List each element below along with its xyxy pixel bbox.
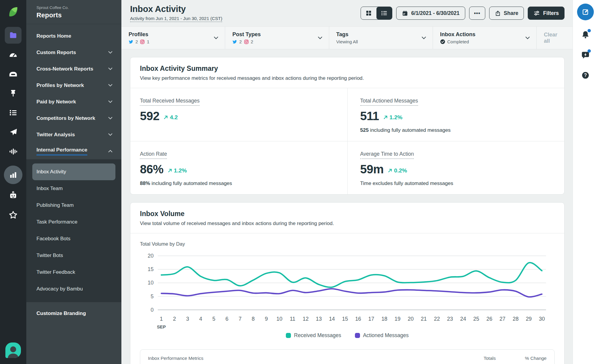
whats-new-button[interactable] [579,49,591,61]
rail-pin-button[interactable] [7,87,19,99]
post-types-filter[interactable]: Post Types 2 2 [225,27,329,49]
svg-text:11: 11 [290,316,295,322]
svg-text:21: 21 [421,316,427,322]
help-button[interactable]: ? [579,69,591,81]
page-title: Inbox Activity [130,4,222,14]
grid-icon [366,10,372,16]
inbox-activity-summary-card: Inbox Activity Summary View key performa… [130,57,565,195]
sidebar-title: Reports [36,11,111,19]
report-body: Inbox Activity Summary View key performa… [121,49,573,364]
subnav-item-twitter-bots[interactable]: Twitter Bots [32,247,115,264]
subnav-item-inbox-team[interactable]: Inbox Team [32,180,115,197]
rail-automation-button[interactable] [7,189,19,201]
svg-text:10: 10 [277,316,283,322]
svg-text:3: 3 [186,316,189,322]
compose-button[interactable] [577,4,594,20]
svg-text:12: 12 [303,316,309,322]
star-icon [9,210,18,219]
sidebar-item-cross-network-reports[interactable]: Cross-Network Reports [26,61,121,77]
rail-dashboard-button[interactable] [7,48,19,60]
sidebar-item-twitter-analysis[interactable]: Twitter Analysis [26,126,121,143]
svg-text:?: ? [584,73,587,78]
rail-inbox-button[interactable] [7,68,19,80]
notifications-button[interactable] [579,29,591,41]
report-header: Inbox Activity Activity from Jun 1, 2021… [121,0,573,26]
share-button[interactable]: Share [489,7,524,20]
customize-branding-link[interactable]: Customize Branding [26,302,121,325]
volume-title: Inbox Volume [140,210,555,218]
metric-label[interactable]: Average Time to Action [360,151,414,159]
svg-text:15: 15 [148,266,154,272]
subnav-item-inbox-activity[interactable]: Inbox Activity [32,163,115,180]
reports-sidebar: Sprout Coffee Co. Reports Reports Home C… [26,0,121,364]
metric-total-received-messages: Total Received Messages 592 4.2 [130,88,347,141]
rail-publishing-button[interactable] [7,126,19,138]
grid-view-button[interactable] [361,7,376,19]
sidebar-item-custom-reports[interactable]: Custom Reports [26,44,121,61]
table-header-row: Inbox Performance Metrics Totals % Chang… [140,350,554,364]
sidebar-item-paid-by-network[interactable]: Paid by Network [26,94,121,110]
inbox-actions-filter[interactable]: Inbox Actions Completed [433,27,537,49]
subnav-item-facebook-bots[interactable]: Facebook Bots [32,230,115,247]
svg-text:15: 15 [342,316,348,322]
legend-swatch-purple [355,333,360,338]
chevron-down-icon [422,36,426,39]
user-avatar[interactable] [5,342,21,358]
more-options-button[interactable]: ••• [469,7,485,20]
svg-text:19: 19 [395,316,401,322]
chevron-down-icon [525,36,530,39]
internal-performance-subnav: Inbox Activity Inbox Team Publishing Tea… [26,159,121,302]
bot-icon [9,191,18,200]
subnav-item-publishing-team[interactable]: Publishing Team [32,197,115,214]
sprout-leaf-logo[interactable] [6,5,20,20]
rail-listening-button[interactable] [7,146,19,157]
svg-text:27: 27 [500,316,506,322]
svg-text:14: 14 [329,316,335,322]
gauge-icon [9,50,18,59]
report-date-summary[interactable]: Activity from Jun 1, 2021 - Jun 30, 2021… [130,16,222,22]
sidebar-item-internal-performance[interactable]: Internal Performance [26,143,121,159]
svg-text:5: 5 [212,316,215,322]
metric-label[interactable]: Action Rate [140,151,167,159]
subnav-item-twitter-feedback[interactable]: Twitter Feedback [32,264,115,281]
sidebar-item-reports-home[interactable]: Reports Home [26,28,121,44]
metric-label[interactable]: Total Actioned Messages [360,98,418,106]
subnav-item-task-performance[interactable]: Task Performance [32,214,115,230]
trend-up-icon [388,168,393,173]
svg-text:2: 2 [173,316,176,322]
metric-note: 88% including fully automated messages [140,181,338,186]
svg-text:7: 7 [239,316,242,322]
clear-all-filters-button[interactable]: Clear all [537,27,573,49]
calendar-icon [402,10,408,16]
svg-text:30: 30 [539,316,545,322]
list-view-icon [381,10,388,16]
svg-text:8: 8 [252,316,255,322]
person-photo-placeholder [5,345,21,358]
sidebar-item-profiles-by-network[interactable]: Profiles by Network [26,77,121,94]
whats-new-badge [588,49,591,53]
trend-up-icon [167,168,173,173]
list-view-button[interactable] [376,7,392,19]
utility-rail: ? [573,0,598,364]
rail-reports-button-active[interactable] [4,166,22,184]
svg-text:20: 20 [148,253,154,259]
inbox-icon [9,69,18,78]
metric-label[interactable]: Total Received Messages [140,98,199,106]
rail-folder-active-tile[interactable] [5,27,22,44]
tags-filter[interactable]: Tags Viewing All [329,27,433,49]
volume-line-chart: 0510152012345678910111213141516171819202… [140,251,555,330]
date-range-button[interactable]: 6/1/2021 - 6/30/2021 [396,7,465,20]
rail-favorites-button[interactable] [7,209,19,221]
subnav-item-advocacy-by-bambu[interactable]: Advocacy by Bambu [32,281,115,297]
chevron-down-icon [318,36,322,39]
filter-bar: Profiles 2 1 Post Types 2 2 [121,26,573,49]
filters-button[interactable]: Filters [528,7,565,20]
rail-tasks-button[interactable] [7,107,19,119]
sidebar-item-competitors-by-network[interactable]: Competitors by Network [26,110,121,126]
svg-text:6: 6 [225,316,228,322]
question-circle-icon: ? [581,71,590,79]
profiles-filter[interactable]: Profiles 2 1 [121,27,225,49]
chevron-down-icon [108,133,112,136]
check-circle-icon [440,39,445,44]
folder-icon [9,31,17,39]
